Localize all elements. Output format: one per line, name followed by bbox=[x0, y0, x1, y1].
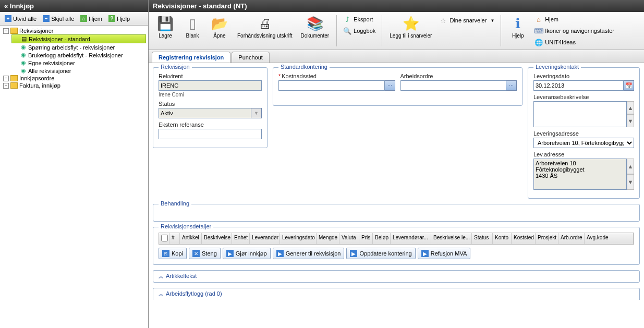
preview-print-button[interactable]: 🖨Forhåndsvisning utskrift bbox=[234, 14, 296, 40]
tree-folder-faktura[interactable]: +Faktura, innkjøp bbox=[2, 82, 146, 89]
ekstern-referanse-field: Ekstern referanse bbox=[159, 122, 262, 139]
tree-item-sporring[interactable]: ◉Spørring arbeidsflyt - rekvisisjoner bbox=[11, 43, 146, 51]
arbeidsflytlogg-section[interactable]: ︽Arbeidsflytlogg (rad 0) bbox=[153, 288, 640, 300]
calendar-button[interactable]: 📅 bbox=[624, 80, 634, 91]
open-button[interactable]: 📂Åpne bbox=[207, 14, 232, 40]
leveransebeskrivelse-field: Leveransebeskrivelse ▲ ▼ bbox=[533, 94, 634, 127]
col-avgkode[interactable]: Avg.kode bbox=[585, 233, 634, 244]
col-leverandorar[interactable]: Leverandørar... bbox=[391, 233, 431, 244]
plus-icon: + bbox=[5, 15, 11, 22]
unit4ideas-link[interactable]: 🌐UNIT4Ideas bbox=[532, 37, 616, 47]
tree-item-rekvisisjoner-standard[interactable]: ▤Rekvisisjoner - standard bbox=[11, 34, 146, 43]
chevron-up-icon: ︽ bbox=[159, 273, 164, 280]
scroll-up-button[interactable]: ▲ bbox=[627, 159, 634, 174]
section-legend: Arbeidsflytlogg (rad 0) bbox=[166, 290, 222, 297]
rekvirent-input[interactable] bbox=[159, 80, 262, 91]
minus-icon: − bbox=[43, 15, 50, 22]
kostnadssted-input[interactable] bbox=[278, 80, 385, 91]
add-shortcut-button[interactable]: ⭐Legg til i snarveier bbox=[386, 14, 435, 40]
blank-button[interactable]: ▯Blank bbox=[180, 14, 205, 40]
col-status[interactable]: Status bbox=[472, 233, 493, 244]
close-icon: ✕ bbox=[192, 250, 200, 257]
tree-item-brukerlogg[interactable]: ◉Brukerlogg arbeidsflyt - Rekvisisjoner bbox=[11, 51, 146, 59]
folder-icon bbox=[10, 75, 18, 81]
export-button[interactable]: ⤴Eksport bbox=[341, 14, 378, 25]
left-panel-title: « Innkjøp bbox=[0, 0, 148, 12]
col-pris[interactable]: Pris bbox=[359, 233, 373, 244]
rekvirent-field: Rekvirent Irene Comi bbox=[159, 73, 262, 98]
documents-button[interactable]: 📚Dokumenter bbox=[298, 14, 332, 40]
refusjon-mva-button[interactable]: ▶Refusjon MVA bbox=[418, 248, 471, 259]
leveringsadresse-field: Leveringsadresse Arboretveien 10, Fôrtek… bbox=[533, 130, 634, 148]
tab-punchout[interactable]: Punchout bbox=[232, 52, 269, 63]
col-leveringsdato[interactable]: Leveringsdato bbox=[280, 233, 317, 244]
leveringsdato-input[interactable] bbox=[533, 80, 624, 91]
col-mengde[interactable]: Mengde bbox=[317, 233, 339, 244]
home-button[interactable]: ⌂Hjem bbox=[78, 14, 105, 23]
expand-icon[interactable]: + bbox=[3, 76, 9, 81]
details-action-row: ⎘Kopi ✕Steng ▶Gjør innkjøp ▶Generer til … bbox=[159, 248, 634, 259]
tree-folder-innkjopsordre[interactable]: +Innkjøpsordre bbox=[2, 75, 146, 82]
select-all-checkbox[interactable] bbox=[161, 235, 168, 241]
lookup-button[interactable]: ⋯ bbox=[385, 80, 395, 91]
blank-icon: ▯ bbox=[184, 15, 201, 32]
leveringsadresse-select[interactable]: Arboretveien 10, Fôrteknologibygget bbox=[533, 138, 634, 148]
oppdatere-kontering-button[interactable]: ▶Oppdatere kontering bbox=[346, 248, 415, 259]
query-icon: ◉ bbox=[20, 44, 27, 51]
generer-button[interactable]: ▶Generer til rekvisisjon bbox=[273, 248, 345, 259]
section-legend: Rekvisisjonsdetaljer bbox=[159, 223, 213, 229]
scroll-down-button[interactable]: ▼ bbox=[627, 114, 634, 127]
col-arbordre[interactable]: Arb.ordre bbox=[558, 233, 585, 244]
your-shortcuts-dropdown[interactable]: ☆Dine snarveier▼ bbox=[437, 15, 496, 26]
keyboard-icon: ⌨ bbox=[534, 27, 543, 35]
arbeidsordre-input[interactable] bbox=[400, 80, 507, 91]
tab-registrering[interactable]: Registrering rekvisisjon bbox=[152, 52, 230, 63]
gjor-innkjop-button[interactable]: ▶Gjør innkjøp bbox=[223, 248, 271, 259]
page-title: Rekvisisjoner - standard (NT) bbox=[149, 0, 644, 12]
col-num[interactable]: # bbox=[169, 233, 180, 244]
help-button[interactable]: ℹHjelp bbox=[505, 14, 530, 40]
logbook-button[interactable]: 🔍Loggbok bbox=[341, 26, 378, 36]
leveransebeskrivelse-input[interactable] bbox=[533, 101, 627, 127]
col-konto[interactable]: Konto bbox=[493, 233, 512, 244]
scroll-up-button[interactable]: ▲ bbox=[627, 101, 634, 114]
kopi-button[interactable]: ⎘Kopi bbox=[159, 248, 187, 259]
help-button[interactable]: ?Hjelp bbox=[106, 14, 132, 23]
tree-item-egne[interactable]: ◉Egne rekvisisjoner bbox=[11, 59, 146, 67]
section-legend: Artikkeltekst bbox=[166, 273, 197, 279]
col-beskrivelse-le[interactable]: Beskrivelse le... bbox=[431, 233, 472, 244]
col-enhet[interactable]: Enhet bbox=[232, 233, 250, 244]
section-legend: Rekvisisjon bbox=[159, 64, 192, 70]
col-artikkel[interactable]: Artikkel bbox=[180, 233, 202, 244]
save-icon: 💾 bbox=[157, 15, 174, 32]
col-koststed[interactable]: Koststed bbox=[512, 233, 536, 244]
col-prosjekt[interactable]: Prosjekt bbox=[536, 233, 558, 244]
save-button[interactable]: 💾Lagre bbox=[153, 14, 178, 40]
icons-nav-link[interactable]: ⌨Ikoner og navigeringstaster bbox=[532, 26, 616, 36]
status-field: Status ▼ bbox=[159, 101, 262, 118]
collapse-icon[interactable]: − bbox=[3, 28, 9, 34]
open-folder-icon: 📂 bbox=[211, 15, 228, 32]
chevron-down-icon: ▼ bbox=[490, 18, 494, 23]
col-valuta[interactable]: Valuta bbox=[339, 233, 359, 244]
status-input[interactable] bbox=[159, 108, 251, 118]
col-beskrivelse[interactable]: Beskrivelse bbox=[202, 233, 232, 244]
steng-button[interactable]: ✕Steng bbox=[189, 248, 221, 259]
calendar-icon: 📅 bbox=[625, 82, 633, 89]
tree-root[interactable]: −Rekvisisjoner bbox=[2, 27, 146, 34]
tree-item-alle[interactable]: ◉Alle rekvisisjoner bbox=[11, 67, 146, 75]
collapse-all-button[interactable]: −Skjul alle bbox=[40, 14, 77, 23]
expand-icon[interactable]: + bbox=[3, 83, 9, 89]
chevron-up-icon: ︽ bbox=[159, 290, 164, 298]
lookup-button[interactable]: ⋯ bbox=[506, 80, 517, 91]
ekstern-referanse-input[interactable] bbox=[159, 129, 262, 139]
scroll-down-button[interactable]: ▼ bbox=[627, 174, 634, 190]
lev-adresse-field: Lev.adresse ▲ ▼ bbox=[533, 151, 634, 190]
status-dropdown-button[interactable]: ▼ bbox=[251, 108, 262, 118]
home-link[interactable]: ⌂Hjem bbox=[532, 14, 616, 25]
left-toolbar: +Utvid alle −Skjul alle ⌂Hjem ?Hjelp bbox=[0, 12, 148, 26]
col-belop[interactable]: Beløp bbox=[373, 233, 391, 244]
expand-all-button[interactable]: +Utvid alle bbox=[2, 14, 39, 23]
col-leverandor[interactable]: Leverandør bbox=[250, 233, 280, 244]
artikkeltekst-section[interactable]: ︽Artikkeltekst bbox=[153, 270, 640, 283]
